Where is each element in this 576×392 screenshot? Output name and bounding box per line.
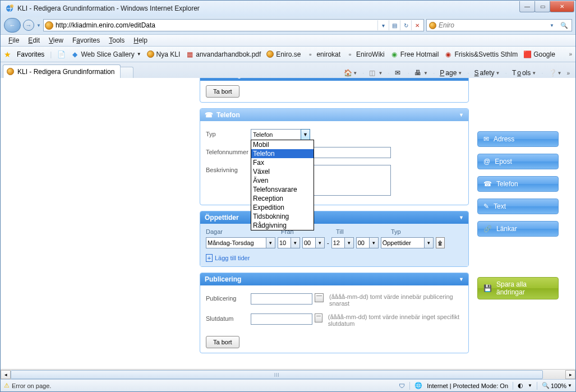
side-lankar[interactable]: 🔗Länkar bbox=[477, 221, 559, 237]
favorites-label[interactable]: Favorites bbox=[17, 50, 44, 58]
dropdown-icon[interactable]: ▾ bbox=[424, 237, 434, 248]
stop-icon[interactable]: ✕ bbox=[411, 20, 422, 30]
fav-suggested[interactable]: 📄 bbox=[57, 50, 65, 58]
menu-view[interactable]: View bbox=[44, 35, 68, 45]
add-times-link[interactable]: + Lägg till tider bbox=[206, 254, 250, 262]
side-text[interactable]: ✎Text bbox=[477, 199, 559, 214]
fran-m-combo[interactable]: ▾ bbox=[302, 237, 325, 248]
scroll-right-icon[interactable]: ▸ bbox=[565, 370, 575, 379]
tab-row: KLI - Redigera Grundinformation 🏠▼ · ◫▼ … bbox=[1, 62, 575, 78]
dropdown-icon[interactable]: ▾ bbox=[344, 237, 354, 248]
number-label: Telefonnummer bbox=[206, 147, 251, 155]
url-dd-icon[interactable]: ▾ bbox=[377, 20, 389, 30]
dagar-combo[interactable]: ▾ bbox=[206, 237, 275, 248]
security-icon[interactable]: ◐ bbox=[518, 382, 523, 389]
back-button[interactable]: ← bbox=[4, 18, 21, 33]
option-svarare[interactable]: Telefonsvarare bbox=[251, 185, 314, 194]
home-button[interactable]: 🏠▼ bbox=[342, 68, 359, 78]
safety-menu[interactable]: Safety ▼ bbox=[473, 68, 502, 78]
url-input[interactable] bbox=[53, 21, 377, 29]
horizontal-scrollbar[interactable]: ◂ ||| ▸ bbox=[1, 369, 575, 379]
print-button[interactable]: 🖶▼ bbox=[413, 68, 430, 78]
delete-row-icon[interactable]: 🗑 bbox=[436, 237, 445, 248]
fav-pdf[interactable]: ▦anvandarhandbok.pdf bbox=[186, 50, 261, 58]
maximize-button[interactable]: ▭ bbox=[534, 1, 550, 12]
tools-menu[interactable]: Tools ▼ bbox=[510, 68, 538, 78]
option-radgivning[interactable]: Rådgivning bbox=[251, 221, 314, 230]
till-h-combo[interactable]: ▾ bbox=[331, 237, 354, 248]
remove-button[interactable]: Ta bort bbox=[206, 336, 239, 348]
till-m-combo[interactable]: ▾ bbox=[356, 237, 379, 248]
end-date-input[interactable] bbox=[251, 313, 312, 325]
minimize-button[interactable]: — bbox=[519, 1, 535, 12]
dropdown-icon[interactable]: ▾ bbox=[266, 237, 275, 248]
fav-enirowiki[interactable]: ▫EniroWiki bbox=[346, 50, 385, 58]
forward-button[interactable]: → bbox=[23, 20, 34, 31]
favorites-star-icon[interactable]: ★ bbox=[4, 50, 11, 59]
calendar-icon[interactable] bbox=[315, 293, 324, 302]
fav-webslice[interactable]: ◆Web Slice Gallery ▼ bbox=[71, 50, 141, 58]
search-go-icon[interactable]: 🔍 bbox=[559, 20, 569, 30]
side-adress[interactable]: ✉Adress bbox=[477, 131, 559, 147]
panel-header[interactable]: ☎ Telefon ▼ bbox=[200, 109, 468, 121]
fav-enirokat[interactable]: ▫enirokat bbox=[306, 50, 340, 58]
scroll-left-icon[interactable]: ◂ bbox=[1, 370, 11, 379]
option-fax[interactable]: Fax bbox=[251, 158, 314, 167]
address-bar[interactable]: ▾ ▤ ↻ ✕ bbox=[43, 19, 424, 31]
refresh-icon[interactable]: ↻ bbox=[400, 20, 411, 30]
search-dd-icon[interactable]: ▼ bbox=[547, 20, 557, 30]
zoom-control[interactable]: 🔍 100% ▼ bbox=[542, 382, 572, 389]
fav-google[interactable]: 🟥Google bbox=[523, 50, 555, 58]
compat-icon[interactable]: ▤ bbox=[389, 20, 400, 30]
dropdown-icon[interactable]: ▾ bbox=[291, 237, 300, 248]
dropdown-icon[interactable]: ▾ bbox=[315, 237, 325, 248]
pub-date-input[interactable] bbox=[251, 293, 312, 305]
mail-button[interactable]: ✉ bbox=[393, 68, 404, 78]
close-button[interactable]: ✕ bbox=[550, 1, 574, 12]
side-save[interactable]: 💾Spara alla ändringar bbox=[477, 277, 559, 299]
type-combo[interactable]: ▼ Mobil Telefon Fax Växel Även Te bbox=[251, 129, 310, 140]
fran-h-combo[interactable]: ▾ bbox=[278, 237, 300, 248]
tab-active[interactable]: KLI - Redigera Grundinformation bbox=[3, 64, 121, 78]
menu-edit[interactable]: Edit bbox=[24, 35, 44, 45]
option-tidsbokning[interactable]: Tidsbokning bbox=[251, 212, 314, 221]
scroll-thumb[interactable]: ||| bbox=[11, 370, 543, 379]
option-telefon[interactable]: Telefon bbox=[251, 149, 314, 158]
dropdown-icon[interactable]: ▾ bbox=[369, 237, 379, 248]
nav-dd-icon[interactable]: ▼ bbox=[36, 23, 41, 28]
menu-file[interactable]: File bbox=[4, 35, 24, 45]
collapse-icon[interactable]: ▼ bbox=[459, 276, 464, 282]
fav-friskis[interactable]: ◉Friskis&Svettis Sthlm bbox=[444, 50, 518, 58]
side-telefon[interactable]: ☎Telefon bbox=[477, 176, 559, 192]
calendar-icon[interactable] bbox=[315, 313, 322, 322]
remove-button[interactable]: Ta bort bbox=[206, 85, 239, 98]
collapse-icon[interactable]: ▼ bbox=[459, 112, 464, 118]
fav-eniro[interactable]: Eniro.se bbox=[266, 50, 301, 58]
page-menu[interactable]: Page ▼ bbox=[438, 68, 464, 78]
menu-help[interactable]: Help bbox=[129, 35, 152, 45]
feeds-button[interactable]: ◫▼ bbox=[367, 68, 384, 78]
option-expedition[interactable]: Expedition bbox=[251, 203, 314, 212]
typ-combo[interactable]: ▾ bbox=[381, 237, 434, 248]
option-mobil[interactable]: Mobil bbox=[251, 140, 314, 149]
fav-overflow-icon[interactable]: » bbox=[569, 51, 572, 57]
side-epost[interactable]: @Epost bbox=[477, 154, 559, 169]
panel-header[interactable]: Öppettider ▼ bbox=[200, 211, 468, 224]
option-reception[interactable]: Reception bbox=[251, 194, 314, 203]
search-bar[interactable]: ▼ 🔍 bbox=[426, 19, 572, 31]
popup-blocker-icon[interactable]: 🛡 bbox=[399, 382, 405, 389]
option-vaxel[interactable]: Växel bbox=[251, 167, 314, 176]
fav-hotmail[interactable]: ◉Free Hotmail bbox=[390, 50, 439, 58]
new-tab-button[interactable] bbox=[120, 67, 133, 78]
search-input[interactable] bbox=[439, 21, 545, 29]
fav-nyakli[interactable]: Nya KLI bbox=[147, 50, 181, 58]
menu-tools[interactable]: Tools bbox=[104, 35, 129, 45]
dropdown-icon[interactable]: ▼ bbox=[301, 129, 310, 140]
help-button[interactable]: ❔▼ bbox=[547, 68, 564, 78]
option-aven[interactable]: Även bbox=[251, 176, 314, 185]
type-input[interactable] bbox=[251, 129, 301, 140]
menu-favorites[interactable]: Favorites bbox=[68, 35, 104, 45]
panel-header[interactable]: Publicering ▼ bbox=[200, 273, 468, 285]
cmd-overflow-icon[interactable]: » bbox=[566, 70, 570, 76]
collapse-icon[interactable]: ▼ bbox=[459, 215, 464, 220]
